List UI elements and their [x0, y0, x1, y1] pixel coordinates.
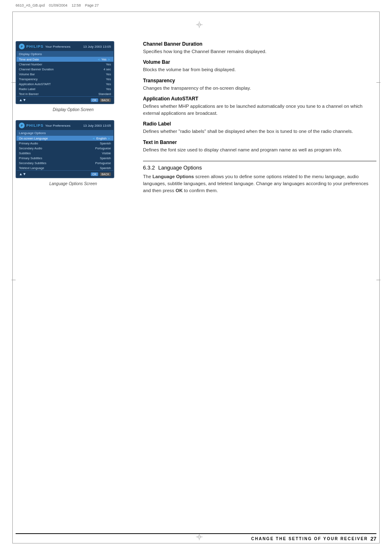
language-row-3: Subtitles Visible: [16, 151, 113, 156]
heading-autostart: Application AutoSTART: [143, 96, 376, 102]
display-row-7: Text in Banner Standard: [16, 91, 113, 96]
language-row-2: Secondary Audio Portuguese: [16, 146, 113, 151]
section-number: 6.3.2: [143, 165, 155, 171]
body-transparency: Changes the transparency of the on-scree…: [143, 85, 376, 92]
file-info: 6610_A5_GB.qxd: [16, 3, 45, 7]
display-row-1: Channel Number Yes: [16, 62, 113, 67]
display-screen-header: P PHILIPS Your Preferences 13 July 2003 …: [16, 42, 113, 51]
philips-icon-language: P: [19, 123, 25, 128]
ok-bold: OK: [175, 188, 182, 193]
display-row-4: Transparency Yes: [16, 77, 113, 81]
display-screen-table: Time and Date ◄ Yes ► Channel Number Yes…: [16, 57, 113, 96]
heading-channel-banner: Channel Banner Duration: [143, 41, 376, 47]
display-row-3: Volume Bar Yes: [16, 72, 113, 77]
philips-logo-language: PHILIPS: [26, 123, 44, 128]
body-volume-bar: Blocks the volume bar from being display…: [143, 66, 376, 73]
arrow-left-0: ◄: [97, 58, 100, 61]
language-screen-mockup: P PHILIPS Your Preferences 13 July 2003 …: [16, 120, 114, 178]
right-column: Channel Banner Duration Specifies how lo…: [143, 41, 376, 198]
reg-mark-right-2: [376, 280, 380, 280]
display-row-6: Radio Label Yes: [16, 86, 113, 91]
display-footer-btns: OK BACK: [91, 98, 111, 102]
page-border-top: [12, 12, 380, 12]
display-row-0: Time and Date ◄ Yes ►: [16, 57, 113, 62]
language-row-5: Secondary Subtitles Portuguese: [16, 160, 113, 165]
page-border-bottom: [12, 543, 380, 543]
display-row-5: Application AutoSTART Yes: [16, 81, 113, 86]
language-section-body: The Language Options screen allows you t…: [143, 173, 376, 195]
page-border-right: [379, 12, 380, 543]
language-section-title: 6.3.2Language Options: [143, 165, 376, 171]
language-row-4: Primary Subtitles Spanish: [16, 156, 113, 160]
language-section-header: Language Options: [16, 130, 113, 136]
heading-volume-bar: Volume Bar: [143, 59, 376, 65]
heading-text-banner: Text in Banner: [143, 139, 376, 145]
file-date: 01/09/2004: [49, 3, 67, 7]
display-back-btn: BACK: [100, 98, 111, 102]
language-row-6: Teletext Language Spanish: [16, 165, 113, 170]
display-screen-mockup: P PHILIPS Your Preferences 13 July 2003 …: [16, 41, 114, 104]
philips-logo-display: PHILIPS: [26, 44, 44, 49]
heading-radio-label: Radio Label: [143, 121, 376, 127]
display-screen-footer: ▲▼ OK BACK: [16, 96, 113, 103]
left-column: P PHILIPS Your Preferences 13 July 2003 …: [16, 41, 131, 194]
footer-text: CHANGE THE SETTING OF YOUR RECEIVER: [251, 536, 368, 541]
language-screen-title: Your Preferences: [45, 124, 71, 128]
reg-mark-right-1: [376, 82, 380, 83]
language-caption: Language Options Screen: [16, 181, 131, 186]
reg-mark-left-1: [12, 82, 16, 83]
arrow-right-0: ►: [108, 58, 111, 61]
header-meta: 6610_A5_GB.qxd 01/09/2004 12:58 Page 27: [16, 3, 99, 7]
body-autostart: Defines whether MHP applications are to …: [143, 103, 376, 117]
file-time: 12:58: [71, 3, 81, 7]
section-title-text: Language Options: [158, 165, 202, 171]
reg-mark-left-2: [12, 280, 16, 280]
language-back-btn: BACK: [100, 172, 111, 176]
philips-icon-display: P: [19, 44, 25, 49]
body-radio-label: Defines whether "radio labels" shall be …: [143, 128, 376, 135]
page-footer: CHANGE THE SETTING OF YOUR RECEIVER 27: [16, 533, 376, 542]
display-row-2: Channel Banner Duration 4 sec: [16, 67, 113, 72]
language-screen-header: P PHILIPS Your Preferences 13 July 2003 …: [16, 121, 113, 130]
content-area: P PHILIPS Your Preferences 13 July 2003 …: [16, 16, 376, 539]
language-row-1: Primary Audio Spanish: [16, 141, 113, 146]
language-ok-btn: OK: [91, 172, 98, 176]
lang-arrow-left-0: ◄: [92, 137, 95, 140]
body-text-banner: Defines the font size used to display ch…: [143, 146, 376, 153]
display-footer-arrows: ▲▼: [19, 98, 26, 102]
language-screen-table: On-screen Language ◄ English ► Primary A…: [16, 136, 113, 170]
language-row-0: On-screen Language ◄ English ►: [16, 136, 113, 141]
display-screen-title: Your Preferences: [45, 45, 71, 49]
file-page: Page 27: [85, 3, 99, 7]
body-channel-banner: Specifies how long the Channel Banner re…: [143, 48, 376, 55]
footer-page-num: 27: [371, 536, 376, 542]
display-section-header: Display Options: [16, 51, 113, 57]
display-screen-datetime: 13 July 2003 13:05: [83, 45, 111, 49]
language-options-bold: Language Options: [152, 174, 194, 179]
heading-transparency: Transparency: [143, 78, 376, 84]
lang-arrow-right-0: ►: [108, 137, 111, 140]
language-footer-btns: OK BACK: [91, 172, 111, 176]
major-section-language: 6.3.2Language Options The Language Optio…: [143, 161, 376, 195]
language-screen-datetime: 13 July 2003 13:05: [83, 124, 111, 128]
display-ok-btn: OK: [91, 98, 98, 102]
language-screen-footer: ▲▼ OK BACK: [16, 170, 113, 177]
page-border-left: [12, 12, 13, 543]
display-caption: Display Option Screen: [16, 107, 131, 112]
language-footer-arrows: ▲▼: [19, 172, 26, 176]
